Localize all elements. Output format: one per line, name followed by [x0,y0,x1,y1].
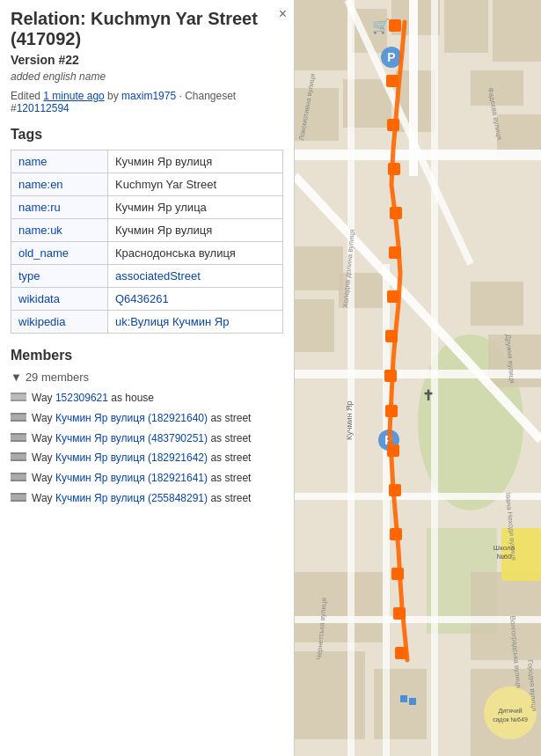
tag-value: Краснодонська вулиця [108,242,283,265]
member-text: Way Кучмин Яр вулиця (182921642) as stre… [32,451,283,466]
close-button[interactable]: × [279,7,287,21]
toggle-arrow-icon: ▼ [11,371,22,384]
svg-rect-43 [387,119,399,131]
tags-section-title: Tags [11,127,283,143]
svg-text:садок №649: садок №649 [493,716,528,723]
tag-value[interactable]: uk:Вулиця Кучмин Яр [108,311,283,334]
member-way-icon [11,493,26,502]
list-item: Way Кучмин Яр вулиця (182921641) as stre… [11,471,283,486]
svg-rect-45 [390,207,402,219]
svg-rect-6 [444,0,488,53]
member-link[interactable]: Кучмин Яр вулиця (182921642) [55,451,208,464]
members-toggle[interactable]: ▼ 29 members [11,371,283,384]
tag-key[interactable]: old_name [11,242,108,265]
svg-rect-20 [374,669,427,739]
left-panel: × Relation: Kuchmyn Yar Street (417092) … [0,0,295,756]
edit-comment: added english name [11,70,283,83]
member-link[interactable]: Кучмин Яр вулиця (483790251) [55,432,208,444]
tag-value: Кучмин Яр вулиця [108,150,283,173]
svg-rect-42 [386,75,398,87]
tags-table: nameКучмин Яр вулицяname:enKuchmyn Yar S… [11,150,283,334]
member-text: Way Кучмин Яр вулиця (483790251) as stre… [32,431,283,446]
svg-rect-55 [393,607,406,620]
members-section-title: Members [11,348,283,363]
svg-rect-48 [385,330,398,342]
version-label: Version #22 [11,53,283,67]
svg-rect-51 [387,444,399,457]
svg-rect-18 [295,572,383,642]
list-item: Way Кучмин Яр вулиця (182921640) as stre… [11,411,283,426]
tag-key[interactable]: wikidata [11,288,108,311]
svg-rect-3 [295,0,347,70]
tag-value[interactable]: Q6436261 [108,288,283,311]
edit-time-link[interactable]: 1 minute ago [43,90,104,102]
tag-key[interactable]: name:uk [11,219,108,242]
list-item: Way 152309621 as house [11,391,283,406]
svg-text:P: P [387,50,395,64]
edit-info: Edited 1 minute ago by maxim1975 · Chang… [11,90,283,114]
member-text: Way Кучмин Яр вулиця (182921640) as stre… [32,411,283,426]
svg-rect-54 [391,568,404,580]
svg-rect-53 [390,528,402,540]
svg-rect-57 [400,695,407,702]
svg-text:🛒: 🛒 [372,18,390,34]
member-way-icon [11,413,26,422]
svg-text:Дитячий: Дитячий [498,708,522,715]
table-row: name:ukКучмин Яр вулиця [11,219,283,242]
svg-rect-50 [385,405,398,417]
svg-text:✝: ✝ [422,388,434,403]
member-link[interactable]: Кучмин Яр вулиця (182921641) [55,472,208,484]
svg-rect-44 [388,163,400,175]
svg-rect-47 [387,290,399,303]
table-row: name:ruКучмин Яр улица [11,196,283,219]
tag-key[interactable]: wikipedia [11,311,108,334]
svg-rect-33 [347,0,355,756]
member-text: Way Кучмин Яр вулиця (255848291) as stre… [32,491,283,506]
page-title: Relation: Kuchmyn Yar Street (417092) [11,9,283,49]
members-section: ▼ 29 members Way 152309621 as houseWay К… [11,371,283,506]
svg-rect-49 [384,370,397,382]
list-item: Way Кучмин Яр вулиця (182921642) as stre… [11,451,283,466]
tag-value: Кучмин Яр улица [108,196,283,219]
tag-key[interactable]: type [11,265,108,288]
svg-rect-7 [493,0,541,62]
tag-key[interactable]: name [11,150,108,173]
member-link[interactable]: Кучмин Яр вулиця (255848291) [55,492,208,504]
table-row: typeassociatedStreet [11,265,283,288]
member-link[interactable]: 152309621 [55,392,108,404]
svg-rect-30 [295,370,541,378]
map-panel[interactable]: P P 🛒 ✝ Кучмин Яр [295,0,541,756]
table-row: nameКучмин Яр вулиця [11,150,283,173]
table-row: wikidataQ6436261 [11,288,283,311]
list-item: Way Кучмин Яр вулиця (483790251) as stre… [11,431,283,446]
member-way-icon [11,393,26,401]
svg-rect-14 [295,299,334,352]
svg-rect-32 [295,616,541,623]
changeset-link[interactable]: 120112594 [17,102,69,114]
member-way-icon [11,452,26,461]
svg-rect-56 [395,647,407,659]
member-link[interactable]: Кучмин Яр вулиця (182921640) [55,412,208,424]
svg-rect-46 [389,246,401,259]
member-text: Way 152309621 as house [32,391,283,406]
list-item: Way Кучмин Яр вулиця (255848291) as stre… [11,491,283,506]
members-list: Way 152309621 as houseWay Кучмин Яр вули… [11,391,283,506]
member-way-icon [11,433,26,442]
table-row: old_nameКраснодонська вулиця [11,242,283,265]
svg-rect-41 [389,19,401,32]
svg-rect-31 [295,493,541,500]
member-text: Way Кучмин Яр вулиця (182921641) as stre… [32,471,283,486]
member-way-icon [11,473,26,481]
svg-rect-16 [471,282,523,326]
tag-value: Kuchmyn Yar Street [108,173,283,196]
table-row: wikipediauk:Вулиця Кучмин Яр [11,311,283,334]
tag-value[interactable]: associatedStreet [108,265,283,288]
svg-rect-13 [295,246,343,290]
svg-rect-58 [409,698,416,705]
svg-rect-52 [389,484,401,496]
members-count: 29 members [26,371,89,384]
user-link[interactable]: maxim1975 [121,90,176,102]
svg-text:Кучмин Яр: Кучмин Яр [345,400,354,440]
tag-key[interactable]: name:ru [11,196,108,219]
tag-key[interactable]: name:en [11,173,108,196]
